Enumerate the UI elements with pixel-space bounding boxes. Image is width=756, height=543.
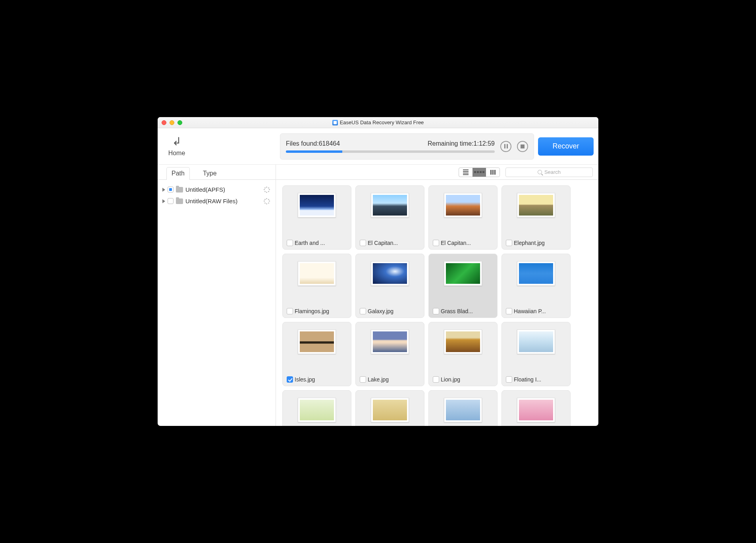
file-card[interactable]: Floating I... [501,322,571,386]
titlebar: EaseUS Data Recovery Wizard Free [158,117,598,128]
thumbnail-image [519,400,553,420]
thumbnail-image [519,263,553,284]
search-placeholder: Search [544,169,561,175]
file-label: Galaxy.jpg [368,308,393,314]
file-card[interactable]: Lion.jpg [428,322,498,386]
file-card[interactable] [428,390,498,426]
thumbnail-frame [444,193,482,218]
loading-spinner-icon [264,198,270,204]
list-icon [459,169,472,175]
scan-progress-panel: Files found:618464 Remaining time:1:12:5… [280,133,534,160]
file-label: Hawaiian P... [514,308,546,314]
columns-icon [486,170,499,175]
tree-item-label: Untitled(RAW Files) [185,198,237,204]
app-window: EaseUS Data Recovery Wizard Free ↳ Home … [158,117,598,426]
thumbnail-frame [444,261,482,286]
tree-checkbox[interactable] [168,198,174,204]
file-card[interactable]: El Capitan... [355,185,424,250]
file-card[interactable]: Elephant.jpg [501,185,571,250]
file-checkbox[interactable] [506,308,512,314]
file-card[interactable]: Galaxy.jpg [355,254,424,318]
file-card[interactable]: Earth and ... [282,185,351,250]
folder-icon [176,187,183,193]
loading-spinner-icon [264,187,270,193]
home-label: Home [161,150,193,157]
file-label: Floating I... [514,376,541,383]
file-checkbox[interactable] [287,376,293,383]
thumbnail-frame [444,398,482,422]
file-card[interactable]: Lake.jpg [355,322,424,386]
file-checkbox[interactable] [360,308,366,314]
thumbnail-frame [517,193,555,218]
progress-fill [286,150,342,153]
file-checkbox[interactable] [506,240,512,246]
grid-icon [472,171,486,173]
view-columns-button[interactable] [486,168,499,177]
back-arrow-icon: ↳ [172,136,181,147]
tree-checkbox[interactable] [168,187,174,193]
grid-area[interactable]: Earth and ...El Capitan...El Capitan...E… [276,180,598,426]
file-label: Grass Blad... [441,308,473,314]
thumbnail-frame [298,329,336,354]
file-card[interactable]: Isles.jpg [282,322,351,386]
toolbar: Search [276,165,598,180]
search-icon [538,170,542,174]
thumbnail-image [373,263,407,284]
thumbnail-frame [517,261,555,286]
thumbnail-grid: Earth and ...El Capitan...El Capitan...E… [282,185,592,426]
file-checkbox[interactable] [360,240,366,246]
tab-type[interactable]: Type [198,167,222,180]
files-found: Files found:618464 [286,140,340,147]
disclosure-icon [162,199,165,203]
progress-bar [286,150,495,153]
stop-icon [521,144,525,148]
home-button[interactable]: ↳ Home [161,136,193,157]
file-checkbox[interactable] [433,308,439,314]
thumbnail-image [519,195,553,216]
thumbnail-image [519,331,553,352]
file-card[interactable]: Flamingos.jpg [282,254,351,318]
thumbnail-frame [371,398,409,422]
file-checkbox[interactable] [506,376,512,383]
file-label: El Capitan... [441,240,471,246]
app-icon [332,120,338,125]
tree-item[interactable]: Untitled(RAW Files) [162,195,272,207]
thumbnail-image [446,263,480,284]
file-card[interactable]: Grass Blad... [428,254,498,318]
view-list-button[interactable] [459,168,472,177]
stop-button[interactable] [517,141,528,152]
disclosure-icon [162,188,165,192]
tree-item[interactable]: Untitled(APFS) [162,184,272,195]
tab-path[interactable]: Path [166,167,190,180]
topbar: ↳ Home Files found:618464 Remaining time… [158,128,598,165]
view-grid-button[interactable] [472,168,486,177]
thumbnail-image [446,331,480,352]
search-input[interactable]: Search [505,168,593,177]
file-card[interactable]: Hawaiian P... [501,254,571,318]
file-card[interactable] [282,390,351,426]
file-label: Earth and ... [295,240,325,246]
file-label: El Capitan... [368,240,398,246]
file-checkbox[interactable] [433,376,439,383]
file-label: Lion.jpg [441,376,460,383]
file-checkbox[interactable] [287,240,293,246]
pause-icon [504,144,508,148]
file-checkbox[interactable] [360,376,366,383]
file-checkbox[interactable] [287,308,293,314]
file-label: Flamingos.jpg [295,308,329,314]
thumbnail-image [300,331,334,352]
file-card[interactable] [501,390,571,426]
thumbnail-frame [371,261,409,286]
file-checkbox[interactable] [433,240,439,246]
thumbnail-image [300,263,334,284]
tree-item-label: Untitled(APFS) [185,186,225,193]
thumbnail-image [446,195,480,216]
thumbnail-image [373,331,407,352]
thumbnail-image [300,195,334,216]
file-card[interactable] [355,390,424,426]
thumbnail-frame [517,398,555,422]
pause-button[interactable] [500,141,511,152]
file-card[interactable]: El Capitan... [428,185,498,250]
recover-button[interactable]: Recover [538,137,594,156]
thumbnail-frame [444,329,482,354]
